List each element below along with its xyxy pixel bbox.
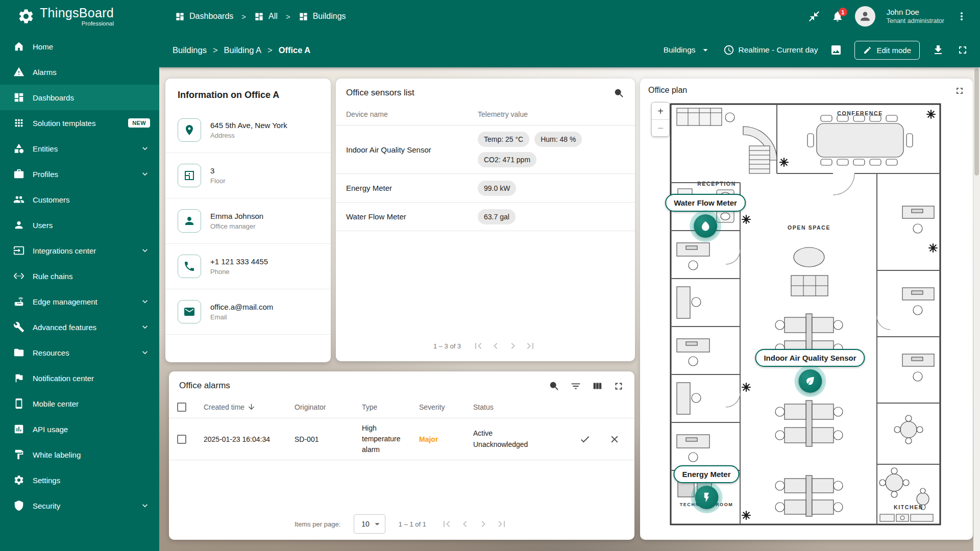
fullscreen-icon <box>957 44 969 56</box>
marker-label[interactable]: Energy Meter <box>673 465 739 483</box>
map-marker-indoor-air-quality-sensor[interactable]: Indoor Air Quality Sensor <box>755 349 865 393</box>
columns-icon[interactable] <box>592 381 603 392</box>
zoom-in-button[interactable]: + <box>652 103 669 119</box>
sidebar-item-rule-chains[interactable]: Rule chains <box>0 263 159 289</box>
zoom-control: + − <box>651 102 670 137</box>
next-page-button[interactable] <box>506 339 520 353</box>
sidebar-item-resources[interactable]: Resources <box>0 340 159 365</box>
sidebar-item-profiles[interactable]: Profiles <box>0 161 159 187</box>
path-separator: > <box>213 45 218 55</box>
path-buildings[interactable]: Buildings <box>173 45 207 55</box>
sidebar-item-security[interactable]: Security <box>0 493 159 518</box>
brand-edition: Professional <box>82 20 114 27</box>
brand[interactable]: ThingsBoard Professional <box>17 7 114 27</box>
background-image-button[interactable] <box>830 44 842 56</box>
sidebar-item-home[interactable]: Home <box>0 34 159 59</box>
table-row[interactable]: Water Flow Meter 63.7 gal <box>336 203 635 231</box>
search-icon[interactable] <box>614 88 625 99</box>
sidebar-item-integrations-center[interactable]: Integrations center <box>0 238 159 263</box>
gear-icon <box>13 474 24 486</box>
notifications-button[interactable]: 1 <box>831 10 844 22</box>
address-value: 645 5th Ave, New York <box>210 121 287 130</box>
sidebar-item-entities[interactable]: Entities <box>0 136 159 161</box>
column-severity[interactable]: Severity <box>419 403 473 411</box>
device-name: Indoor Air Quality Sensor <box>346 145 478 154</box>
prev-page-button[interactable] <box>488 339 503 353</box>
vertical-scrollbar[interactable] <box>973 67 980 551</box>
filter-icon[interactable] <box>570 381 581 392</box>
marker-label[interactable]: Water Flow Meter <box>665 194 746 212</box>
download-button[interactable] <box>932 44 944 56</box>
sidebar-item-dashboards[interactable]: Dashboards <box>0 85 159 110</box>
fullscreen-icon[interactable] <box>954 86 965 96</box>
zoom-out-button[interactable]: − <box>652 119 669 136</box>
clear-close-icon[interactable] <box>609 434 620 445</box>
table-row[interactable]: 2025-01-23 16:04:34 SD-001 High temperat… <box>169 418 634 460</box>
user-name: John Doe <box>887 8 944 17</box>
sidebar-item-users[interactable]: Users <box>0 212 159 238</box>
breadcrumb-buildings[interactable]: Buildings <box>299 12 346 21</box>
scrollbar-thumb[interactable] <box>974 68 979 176</box>
dashboards-icon <box>13 92 24 103</box>
sidebar-item-alarms[interactable]: Alarms <box>0 59 159 85</box>
leaf-icon[interactable] <box>798 369 822 393</box>
breadcrumb-separator: > <box>241 12 246 21</box>
sidebar-item-white-labeling[interactable]: White labeling <box>0 442 159 467</box>
last-page-button[interactable] <box>495 517 509 531</box>
floor-plan-icon <box>178 164 201 187</box>
column-originator[interactable]: Originator <box>295 403 362 411</box>
next-page-button[interactable] <box>476 517 491 531</box>
last-page-button[interactable] <box>523 339 537 353</box>
fullscreen-button[interactable] <box>957 44 969 56</box>
sidebar-item-notification-center[interactable]: Notification center <box>0 365 159 391</box>
router-icon <box>13 296 24 307</box>
sidebar-item-customers[interactable]: Customers <box>0 187 159 212</box>
first-page-button[interactable] <box>471 339 485 353</box>
breadcrumb-all[interactable]: All <box>254 12 278 21</box>
collapse-icon <box>808 10 820 22</box>
bolt-icon[interactable] <box>695 486 718 509</box>
sidebar-item-settings[interactable]: Settings <box>0 467 159 493</box>
prev-page-button[interactable] <box>458 517 472 531</box>
row-checkbox[interactable] <box>177 435 186 444</box>
path-building-a[interactable]: Building A <box>224 45 261 55</box>
sidebar-item-solution-templates[interactable]: Solution templates NEW <box>0 110 159 136</box>
collapse-button[interactable] <box>808 10 820 22</box>
more-menu-button[interactable] <box>955 10 968 22</box>
warning-icon <box>13 66 24 78</box>
fullscreen-icon[interactable] <box>613 381 624 392</box>
water-drop-icon[interactable] <box>694 214 717 238</box>
telemetry-chip: 63.7 gal <box>478 209 516 224</box>
chevron-down-icon <box>140 500 150 511</box>
sidebar-item-mobile-center[interactable]: Mobile center <box>0 391 159 416</box>
map-marker-energy-meter[interactable]: Energy Meter <box>673 465 739 509</box>
app-header: ThingsBoard Professional Dashboards > Al… <box>0 0 980 33</box>
sidebar-item-advanced-features[interactable]: Advanced features <box>0 314 159 340</box>
items-per-page-select[interactable]: 10 <box>354 514 385 534</box>
pagination-range: 1 – 1 of 1 <box>399 520 426 528</box>
dashboards-icon <box>175 12 185 21</box>
column-type[interactable]: Type <box>362 403 419 411</box>
map-marker-water-flow-meter[interactable]: Water Flow Meter <box>665 194 746 238</box>
column-created-time[interactable]: Created time <box>204 403 295 411</box>
edit-mode-button[interactable]: Edit mode <box>854 41 920 60</box>
table-row[interactable]: Indoor Air Quality Sensor Temp: 25 °C Hu… <box>336 126 635 174</box>
breadcrumb-dashboards[interactable]: Dashboards <box>175 12 233 21</box>
user-info[interactable]: John Doe Tenant administrator <box>887 8 944 25</box>
sidebar-item-edge-management[interactable]: Edge management <box>0 289 159 314</box>
path-office-a: Office A <box>279 45 311 55</box>
entity-select[interactable]: Buildings <box>664 44 711 56</box>
sort-desc-icon <box>247 403 256 411</box>
acknowledge-check-icon[interactable] <box>579 434 591 445</box>
timewindow-label: Realtime - Current day <box>739 45 818 55</box>
select-all-checkbox[interactable] <box>177 403 186 412</box>
sidebar-item-api-usage[interactable]: API usage <box>0 416 159 442</box>
search-icon[interactable] <box>549 381 560 392</box>
marker-label[interactable]: Indoor Air Quality Sensor <box>755 349 865 367</box>
timewindow-button[interactable]: Realtime - Current day <box>723 44 818 56</box>
first-page-button[interactable] <box>439 517 454 531</box>
column-status[interactable]: Status <box>473 403 564 411</box>
telemetry-chip: Hum: 48 % <box>534 132 582 147</box>
table-row[interactable]: Energy Meter 99.0 kW <box>336 174 635 203</box>
avatar[interactable] <box>855 6 875 27</box>
